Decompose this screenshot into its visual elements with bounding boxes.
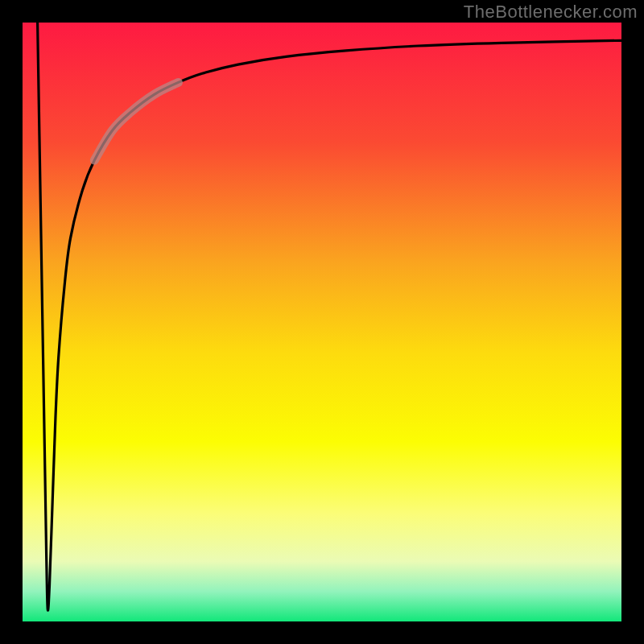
frame-border xyxy=(0,0,23,644)
chart-stage: TheBottlenecker.com xyxy=(0,0,644,644)
attribution-text: TheBottlenecker.com xyxy=(464,2,638,23)
gradient-background xyxy=(23,23,621,621)
frame-border xyxy=(0,621,644,644)
frame-border xyxy=(621,0,644,644)
bottleneck-chart xyxy=(0,0,644,644)
